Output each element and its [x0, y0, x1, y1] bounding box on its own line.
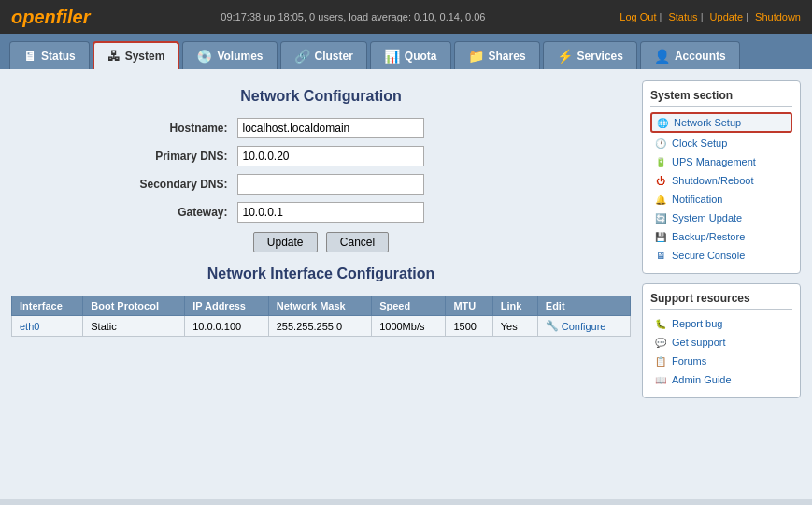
- tab-system[interactable]: 🖧 System: [93, 41, 180, 69]
- logout-link[interactable]: Log Out: [620, 11, 662, 22]
- tab-services-label: Services: [577, 50, 623, 63]
- hostname-row: Hostname:: [125, 118, 518, 138]
- forums-icon: 📋: [654, 354, 667, 368]
- system-tab-icon: 🖧: [107, 49, 121, 64]
- network-setup-label: Network Setup: [674, 117, 741, 128]
- shutdown-link[interactable]: Shutdown: [755, 11, 801, 22]
- col-speed: Speed: [372, 296, 446, 316]
- tab-status-label: Status: [41, 50, 76, 63]
- logo-open: open: [11, 7, 56, 27]
- report-bug-icon: 🐛: [654, 317, 667, 330]
- status-link[interactable]: Status: [668, 11, 703, 22]
- gateway-label: Gateway:: [125, 206, 237, 219]
- cell-boot-protocol: Static: [83, 316, 185, 337]
- network-setup-icon: 🌐: [656, 116, 669, 129]
- sidebar-item-clock-setup[interactable]: 🕐 Clock Setup: [650, 135, 792, 152]
- services-tab-icon: ⚡: [557, 49, 573, 64]
- shares-tab-icon: 📁: [468, 49, 484, 64]
- cancel-button[interactable]: Cancel: [326, 232, 389, 252]
- secure-console-label: Secure Console: [672, 250, 745, 261]
- cell-edit: 🔧 Configure: [537, 316, 630, 337]
- volumes-tab-icon: 💿: [196, 49, 212, 64]
- col-boot-protocol: Boot Protocol: [83, 296, 185, 316]
- secondary-dns-row: Secondary DNS:: [125, 174, 518, 195]
- update-button[interactable]: Update: [253, 232, 318, 252]
- tab-shares[interactable]: 📁 Shares: [454, 41, 540, 69]
- notification-icon: 🔔: [654, 193, 667, 206]
- sidebar-item-get-support[interactable]: 💬 Get support: [650, 334, 792, 351]
- sidebar-item-network-setup[interactable]: 🌐 Network Setup: [650, 112, 792, 133]
- configure-icon: 🔧: [546, 320, 559, 332]
- col-ip-address: IP Address: [185, 296, 269, 316]
- shutdown-icon: ⏻: [654, 174, 667, 187]
- tab-cluster-label: Cluster: [315, 50, 353, 63]
- tab-quota[interactable]: 📊 Quota: [370, 41, 451, 69]
- clock-setup-icon: 🕐: [654, 137, 667, 150]
- primary-dns-input[interactable]: [237, 146, 424, 166]
- logo-filer: filer: [56, 7, 91, 27]
- status-tab-icon: 🖥: [23, 49, 36, 64]
- sidebar-item-admin-guide[interactable]: 📖 Admin Guide: [650, 371, 792, 388]
- system-section-title: System section: [650, 89, 792, 107]
- topbar: openfiler 09:17:38 up 18:05, 0 users, lo…: [0, 0, 812, 34]
- sidebar-item-system-update[interactable]: 🔄 System Update: [650, 209, 792, 226]
- configure-link[interactable]: 🔧 Configure: [546, 320, 622, 332]
- tab-accounts[interactable]: 👤 Accounts: [640, 41, 740, 69]
- support-section-title: Support resources: [650, 292, 792, 310]
- col-link: Link: [492, 296, 537, 316]
- sidebar-item-secure-console[interactable]: 🖥 Secure Console: [650, 247, 792, 264]
- tab-services[interactable]: ⚡ Services: [543, 41, 637, 69]
- tab-volumes[interactable]: 💿 Volumes: [182, 41, 277, 69]
- admin-guide-icon: 📖: [654, 373, 667, 386]
- gateway-row: Gateway:: [125, 202, 518, 223]
- tab-system-label: System: [125, 50, 165, 63]
- forums-label: Forums: [672, 355, 706, 367]
- table-row: eth0 Static 10.0.0.100 255.255.255.0 100…: [12, 316, 631, 337]
- col-interface: Interface: [12, 296, 83, 316]
- cluster-tab-icon: 🔗: [294, 49, 310, 64]
- main-area: Network Configuration Hostname: Primary …: [0, 69, 812, 499]
- ups-icon: 🔋: [654, 155, 667, 168]
- secondary-dns-input[interactable]: [237, 174, 424, 195]
- tab-volumes-label: Volumes: [217, 50, 263, 63]
- tab-quota-label: Quota: [405, 50, 437, 63]
- cell-network-mask: 255.255.255.0: [268, 316, 371, 337]
- configure-text[interactable]: Configure: [562, 321, 606, 332]
- col-mtu: MTU: [446, 296, 492, 316]
- get-support-label: Get support: [672, 337, 725, 348]
- system-section-box: System section 🌐 Network Setup 🕐 Clock S…: [642, 80, 801, 274]
- notification-label: Notification: [672, 194, 722, 205]
- tab-cluster[interactable]: 🔗 Cluster: [280, 41, 367, 69]
- sidebar-item-backup-restore[interactable]: 💾 Backup/Restore: [650, 228, 792, 245]
- form-buttons: Update Cancel: [11, 232, 631, 252]
- backup-label: Backup/Restore: [672, 231, 745, 242]
- cell-link: Yes: [492, 316, 537, 337]
- secure-console-icon: 🖥: [654, 249, 667, 262]
- sidebar-item-shutdown-reboot[interactable]: ⏻ Shutdown/Reboot: [650, 172, 792, 189]
- interface-config-title: Network Interface Configuration: [11, 266, 631, 282]
- sidebar-item-ups-management[interactable]: 🔋 UPS Management: [650, 153, 792, 170]
- sidebar-item-report-bug[interactable]: 🐛 Report bug: [650, 315, 792, 332]
- secondary-dns-label: Secondary DNS:: [125, 178, 237, 191]
- network-config-form: Hostname: Primary DNS: Secondary DNS: Ga…: [125, 118, 518, 223]
- shutdown-label: Shutdown/Reboot: [672, 175, 753, 186]
- ups-label: UPS Management: [672, 156, 756, 167]
- interface-link[interactable]: eth0: [20, 321, 39, 332]
- admin-guide-label: Admin Guide: [672, 374, 732, 385]
- sidebar-item-notification[interactable]: 🔔 Notification: [650, 191, 792, 208]
- gateway-input[interactable]: [237, 202, 424, 223]
- update-link[interactable]: Update: [710, 11, 748, 22]
- tab-status[interactable]: 🖥 Status: [9, 41, 90, 69]
- get-support-icon: 💬: [654, 336, 667, 349]
- content-area: Network Configuration Hostname: Primary …: [11, 80, 631, 488]
- clock-setup-label: Clock Setup: [672, 137, 727, 149]
- hostname-label: Hostname:: [125, 122, 237, 135]
- topbar-links: Log Out Status Update Shutdown: [616, 11, 801, 22]
- col-edit: Edit: [537, 296, 630, 316]
- tab-accounts-label: Accounts: [675, 50, 726, 63]
- hostname-input[interactable]: [237, 118, 424, 138]
- tab-shares-label: Shares: [489, 50, 526, 63]
- sidebar-item-forums[interactable]: 📋 Forums: [650, 353, 792, 369]
- system-update-label: System Update: [672, 212, 742, 224]
- quota-tab-icon: 📊: [384, 49, 400, 64]
